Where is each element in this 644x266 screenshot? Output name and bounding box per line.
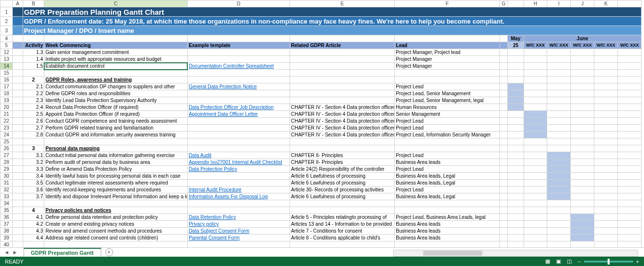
- activity-num[interactable]: 1.3: [23, 49, 44, 56]
- gantt-cell[interactable]: [594, 104, 618, 111]
- gantt-cell[interactable]: [547, 173, 571, 180]
- gantt-cell[interactable]: [524, 63, 547, 70]
- gantt-cell[interactable]: [594, 166, 618, 173]
- row-header[interactable]: 29: [0, 166, 13, 173]
- lead-cell[interactable]: Business Area leads: [395, 235, 499, 241]
- cell[interactable]: [618, 70, 642, 77]
- gantt-cell[interactable]: [524, 145, 547, 152]
- cell[interactable]: [12, 132, 23, 138]
- gantt-cell[interactable]: [594, 49, 618, 56]
- gantt-cell[interactable]: [524, 132, 547, 138]
- gantt-cell[interactable]: [508, 193, 524, 200]
- cell[interactable]: [499, 132, 508, 138]
- cell[interactable]: [12, 228, 23, 235]
- gantt-cell[interactable]: [508, 221, 524, 228]
- cell[interactable]: [12, 17, 23, 26]
- sheet-tab-active[interactable]: GDPR Preparation Gantt: [24, 248, 101, 257]
- lead-cell[interactable]: Business Area leads, Legal: [395, 173, 499, 180]
- hdr-template[interactable]: Example template: [187, 42, 290, 49]
- row-header[interactable]: 31: [0, 180, 13, 186]
- template-link[interactable]: [187, 56, 290, 63]
- gantt-cell[interactable]: [524, 173, 547, 180]
- column-header-row[interactable]: A B C D E F G H I J K: [0, 0, 642, 7]
- template-link[interactable]: [187, 97, 290, 104]
- gantt-cell[interactable]: [571, 193, 594, 200]
- cell[interactable]: [499, 159, 508, 166]
- cell[interactable]: [290, 207, 395, 214]
- gantt-cell[interactable]: [594, 152, 618, 159]
- cell[interactable]: [23, 70, 44, 77]
- lead-cell[interactable]: Project Lead, Information Security Manag…: [395, 132, 499, 138]
- cell[interactable]: [508, 138, 524, 145]
- cell[interactable]: [290, 241, 395, 248]
- article-cell[interactable]: Article 6 Lawfulness of processing: [290, 173, 395, 180]
- cell[interactable]: [23, 200, 44, 207]
- cell[interactable]: [290, 70, 395, 77]
- gantt-cell[interactable]: [508, 159, 524, 166]
- gantt-cell[interactable]: [547, 235, 571, 241]
- gantt-cell[interactable]: [547, 49, 571, 56]
- view-page-break-icon[interactable]: ◫: [567, 258, 572, 265]
- gantt-cell[interactable]: [618, 111, 642, 118]
- gantt-cell[interactable]: [594, 63, 618, 70]
- cell[interactable]: [12, 200, 23, 207]
- gantt-cell[interactable]: [618, 63, 642, 70]
- gantt-cell[interactable]: [571, 83, 594, 90]
- lead-cell[interactable]: Project Lead: [395, 125, 499, 132]
- gantt-cell[interactable]: [594, 214, 618, 221]
- row-header[interactable]: 38: [0, 228, 13, 235]
- task-cell[interactable]: Recruit Data Protection Officer (if requ…: [44, 104, 187, 111]
- gantt-cell[interactable]: [524, 228, 547, 235]
- lead-cell[interactable]: Project Lead, Senior Management: [395, 90, 499, 97]
- title-1[interactable]: GDPR Preparation Planning Gantt Chart: [23, 7, 641, 17]
- row-header[interactable]: 20: [0, 104, 13, 111]
- cell[interactable]: [12, 49, 23, 56]
- row-header[interactable]: 23: [0, 125, 13, 132]
- gantt-cell[interactable]: [524, 235, 547, 241]
- template-link[interactable]: Data Subject Consent Form: [187, 228, 290, 235]
- cell[interactable]: [12, 42, 23, 49]
- gantt-cell[interactable]: [571, 90, 594, 97]
- col-J[interactable]: J: [571, 0, 594, 7]
- gantt-cell[interactable]: [571, 221, 594, 228]
- cell[interactable]: [44, 35, 187, 42]
- gantt-cell[interactable]: [508, 145, 524, 152]
- gantt-cell[interactable]: [571, 235, 594, 241]
- gantt-cell[interactable]: [594, 221, 618, 228]
- col-E[interactable]: E: [290, 0, 395, 7]
- row-header[interactable]: 1: [0, 7, 13, 17]
- gantt-cell[interactable]: [524, 159, 547, 166]
- horizontal-scrollbar[interactable]: [393, 250, 638, 257]
- gantt-cell[interactable]: [508, 166, 524, 173]
- gantt-cell[interactable]: [508, 173, 524, 180]
- gantt-cell[interactable]: [618, 132, 642, 138]
- template-link[interactable]: Data Protection Policy: [187, 166, 290, 173]
- article-cell[interactable]: CHAPTER IV - Section 4 Data protection o…: [290, 125, 395, 132]
- article-cell[interactable]: Article 6 Lawfulness of processing: [290, 193, 395, 200]
- hdr-wc[interactable]: W/C XXX: [571, 42, 594, 49]
- cell[interactable]: [12, 173, 23, 180]
- task-cell[interactable]: Conduct communication DP changes to supp…: [44, 83, 187, 90]
- row-header[interactable]: 40: [0, 241, 13, 248]
- activity-num[interactable]: 4.4: [23, 235, 44, 241]
- gantt-cell[interactable]: [508, 49, 524, 56]
- gantt-cell[interactable]: [594, 77, 618, 83]
- gantt-cell[interactable]: [618, 221, 642, 228]
- row-header[interactable]: 30: [0, 173, 13, 180]
- gantt-cell[interactable]: [524, 104, 547, 111]
- cell[interactable]: [12, 138, 23, 145]
- gantt-cell[interactable]: [571, 56, 594, 63]
- task-cell[interactable]: Create or amend existing privacy notices: [44, 221, 187, 228]
- lead-cell[interactable]: Business Area leads: [395, 221, 499, 228]
- row-header[interactable]: 3: [0, 26, 13, 35]
- cell[interactable]: [499, 186, 508, 193]
- cell[interactable]: [594, 200, 618, 207]
- add-sheet-button[interactable]: +: [105, 248, 113, 256]
- cell[interactable]: [44, 70, 187, 77]
- task-cell[interactable]: Identify Lead Data Protection Supervisor…: [44, 97, 187, 104]
- cell[interactable]: [12, 159, 23, 166]
- activity-num[interactable]: 3.2: [23, 159, 44, 166]
- article-cell[interactable]: Article 5 - Principles relatingto proces…: [290, 214, 395, 221]
- row-header[interactable]: 18: [0, 90, 13, 97]
- task-cell[interactable]: Perform GDPR related training and famili…: [44, 125, 187, 132]
